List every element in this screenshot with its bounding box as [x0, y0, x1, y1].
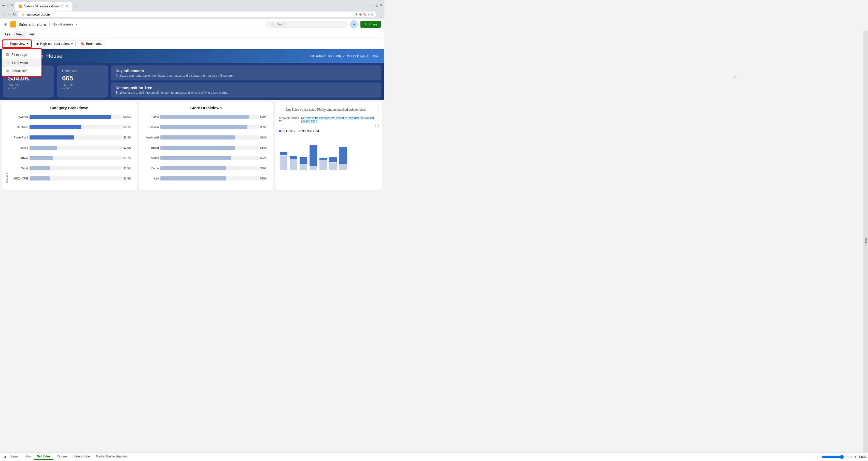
bar-fill-xboxone: [30, 176, 50, 181]
bar-fill-barba: [160, 166, 226, 170]
bar-fill-aliqui: [160, 146, 235, 150]
share-button[interactable]: ↗ Share: [361, 21, 381, 28]
url-bar[interactable]: 🔒 app.powerbi.com ★ ⊕ 🔖 ≡ □: [18, 11, 376, 17]
user-avatar[interactable]: A: [350, 20, 358, 29]
bar-label-contoso: Contoso: [142, 125, 159, 128]
lock-icon: 🔒: [21, 13, 25, 16]
bar-col-6: [329, 134, 338, 170]
menu-item-file[interactable]: File: [3, 31, 13, 37]
bar-container-word: [30, 166, 122, 170]
actual-size-icon: ⊞: [6, 69, 9, 73]
active-tab[interactable]: Sales and returns - Power BI ✕: [15, 2, 72, 11]
bar-container-powerbi: [30, 115, 122, 119]
bookmarks-label: Bookmarks: [86, 42, 102, 45]
workspace-chevron-icon[interactable]: ▾: [75, 23, 77, 26]
category-bars: Power BI $6.5K OneNote $3.7K PowerPoint …: [10, 113, 133, 183]
page-view-button[interactable]: ⊡ Page view ▾: [3, 40, 31, 48]
pbi-header: ⊞ Sales and returns | Non-Business ▾ 🔍 S…: [0, 19, 384, 30]
info-icon[interactable]: ⓘ: [279, 123, 379, 128]
bar-value-fama: $40K: [260, 115, 270, 118]
bar-label-powerbi: Power BI: [10, 115, 28, 118]
share-label: Share: [368, 22, 377, 26]
bar-container-abbas: [160, 156, 259, 160]
high-contrast-button[interactable]: ◑ High-contrast colors ▾: [33, 40, 75, 47]
browser-controls: — □ ✕: [2, 4, 13, 7]
bar-row-xbox: XBOX $1.7K: [10, 156, 133, 160]
bar-fill-contoso: [160, 125, 247, 129]
bar-value-vanarsdel: $34K: [260, 136, 270, 139]
bar-container-leo: [160, 176, 259, 181]
nav-forward-button[interactable]: →: [7, 12, 11, 17]
bar-label-xbox: XBOX: [10, 156, 28, 159]
bar-label-word: Word: [10, 167, 28, 170]
tab-close-icon[interactable]: ✕: [65, 4, 68, 8]
store-breakdown-panel: Store Breakdown ○ Fama $40K Contoso $39K…: [139, 102, 273, 190]
bar-label-fama: Fama: [142, 115, 159, 118]
bar-seg-7-light: [339, 165, 347, 170]
key-influencers-card[interactable]: Key Influencers Analyzes your data, rank…: [111, 65, 381, 81]
app-grid-icon[interactable]: ⊞: [4, 22, 7, 27]
bar-seg-5-light: [319, 160, 327, 170]
bar-col-7: [339, 134, 348, 170]
stacked-chart: $100K $50K nd Net Sales PM: [279, 134, 379, 170]
bar-row-contoso: Contoso $39K: [142, 125, 270, 129]
page-view-icon: ⊡: [5, 42, 8, 46]
decomposition-tree-card[interactable]: Decomposition Tree Enables users to dril…: [111, 83, 381, 97]
fit-to-page-label: Fit to page: [11, 53, 27, 57]
query-box: □ Net Sales vs net sales PM by date as s…: [279, 105, 379, 114]
bar-label-leo: Leo: [142, 177, 159, 180]
bar-seg-4-light: [310, 166, 317, 170]
header-search[interactable]: 🔍 Search: [266, 21, 347, 28]
showing-results-link[interactable]: Net sales and net sales PM sorted by sal…: [301, 116, 379, 122]
bar-fill-fama: [160, 115, 249, 119]
browser-tabs: Sales and returns - Power BI ✕ +: [15, 0, 369, 11]
high-contrast-label: High-contrast colors: [40, 42, 70, 45]
bar-container-vanarsdel: [160, 135, 259, 140]
kpi-units-sold-period: vs /m/: [62, 87, 103, 90]
fit-to-width-icon: ↔: [6, 61, 9, 65]
bar-container-xbox: [30, 156, 122, 160]
legend-net-sales-pm: Net Sales PM: [298, 129, 319, 133]
actual-size-item[interactable]: ⊞ Actual size: [2, 67, 41, 75]
bookmarks-button[interactable]: 🔖 Bookmarks: [78, 40, 105, 47]
window-close[interactable]: ✕: [380, 4, 382, 7]
bar-fill-skype: [30, 146, 57, 150]
bar-row-skype: Skype $2.0K: [10, 146, 133, 150]
browser-menu-icon[interactable]: ⋮: [378, 12, 382, 17]
window-maximize[interactable]: ◻: [376, 4, 378, 7]
bar-value-powerbi: $6.5K: [123, 115, 133, 118]
bar-seg-2-dark: [290, 156, 297, 159]
bar-row-vanarsdel: VanArsdel $34K: [142, 135, 270, 140]
win-restore[interactable]: □: [7, 4, 9, 7]
decomposition-tree-title: Decomposition Tree: [116, 86, 377, 90]
menu-item-help[interactable]: Help: [26, 31, 38, 37]
charts-section: Category Breakdown Product Power BI $6.5…: [0, 100, 384, 192]
new-tab-button[interactable]: +: [72, 3, 80, 11]
dashboard-header: soft | Alpine Ski House Last Refresh: Ju…: [0, 49, 384, 63]
workspace-name[interactable]: Non-Business: [53, 22, 73, 26]
bar-seg-1-light: [280, 156, 287, 170]
bar-seg-7-dark: [339, 147, 347, 164]
bar-label-abbas: Abbas: [142, 156, 159, 159]
nav-back-button[interactable]: ←: [2, 12, 6, 17]
fit-to-page-item[interactable]: ⊡ Fit to page: [2, 51, 41, 59]
bar-container-onenote: [30, 125, 122, 129]
menu-item-view[interactable]: View: [13, 31, 26, 37]
nav-refresh-button[interactable]: ↻: [13, 12, 16, 17]
bookmark-icon: 🔖: [81, 42, 85, 45]
bar-fill-leo: [160, 176, 226, 181]
legend-label-net-sales: Net Sales: [283, 129, 295, 133]
decomposition-tree-desc: Enables users to drill into any dimensio…: [116, 91, 377, 94]
window-minimize[interactable]: —: [371, 3, 374, 7]
main-area: soft | Alpine Ski House Last Refresh: Ju…: [0, 49, 384, 192]
win-minimize[interactable]: —: [2, 4, 5, 7]
bar-value-onenote: $3.7K: [123, 125, 133, 128]
win-close[interactable]: ✕: [11, 4, 13, 7]
toolbar: ⊡ Page view ▾ ◑ High-contrast colors ▾ 🔖…: [0, 38, 384, 49]
bar-label-xboxone: XBOX ONE: [10, 177, 28, 180]
bar-row-leo: Leo $30K: [142, 176, 270, 181]
bar-value-barba: $30K: [260, 167, 270, 170]
bar-label-aliqui: Aliqui: [142, 146, 159, 149]
legend: Net Sales Net Sales PM: [279, 129, 379, 133]
fit-to-width-item[interactable]: ↔ Fit to width: [2, 59, 41, 67]
